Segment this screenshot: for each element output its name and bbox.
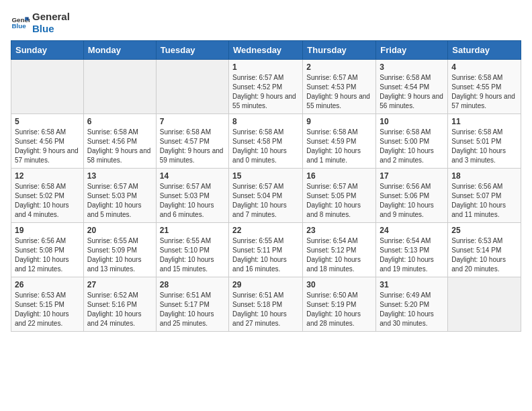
calendar-cell <box>11 60 84 114</box>
day-info: Sunrise: 6:58 AM Sunset: 5:01 PM Dayligh… <box>451 128 517 165</box>
logo-blue: Blue <box>32 23 70 35</box>
calendar-cell: 13Sunrise: 6:57 AM Sunset: 5:03 PM Dayli… <box>83 169 156 223</box>
day-info: Sunrise: 6:57 AM Sunset: 4:52 PM Dayligh… <box>232 73 299 111</box>
day-number: 30 <box>306 280 372 289</box>
calendar-cell: 28Sunrise: 6:51 AM Sunset: 5:17 PM Dayli… <box>156 277 228 332</box>
calendar-cell: 27Sunrise: 6:52 AM Sunset: 5:16 PM Dayli… <box>83 277 156 332</box>
day-number: 21 <box>160 226 225 235</box>
day-number: 1 <box>232 62 299 72</box>
calendar-cell: 12Sunrise: 6:58 AM Sunset: 5:02 PM Dayli… <box>11 169 84 223</box>
day-info: Sunrise: 6:57 AM Sunset: 5:04 PM Dayligh… <box>232 182 299 220</box>
calendar-cell: 23Sunrise: 6:54 AM Sunset: 5:12 PM Dayli… <box>303 223 376 277</box>
calendar-cell: 26Sunrise: 6:53 AM Sunset: 5:15 PM Dayli… <box>11 277 84 332</box>
calendar-cell: 15Sunrise: 6:57 AM Sunset: 5:04 PM Dayli… <box>229 169 303 223</box>
day-number: 16 <box>306 171 372 181</box>
day-info: Sunrise: 6:58 AM Sunset: 4:56 PM Dayligh… <box>15 128 80 165</box>
calendar-cell: 6Sunrise: 6:58 AM Sunset: 4:56 PM Daylig… <box>83 114 156 169</box>
day-number: 22 <box>232 226 299 235</box>
day-number: 10 <box>380 117 444 126</box>
calendar-cell: 17Sunrise: 6:56 AM Sunset: 5:06 PM Dayli… <box>376 169 448 223</box>
day-number: 9 <box>306 117 372 126</box>
calendar-table: SundayMondayTuesdayWednesdayThursdayFrid… <box>11 40 521 332</box>
calendar-cell <box>156 60 228 114</box>
day-info: Sunrise: 6:54 AM Sunset: 5:13 PM Dayligh… <box>380 236 444 274</box>
day-info: Sunrise: 6:55 AM Sunset: 5:09 PM Dayligh… <box>87 236 152 274</box>
day-number: 6 <box>87 117 152 126</box>
day-info: Sunrise: 6:58 AM Sunset: 5:00 PM Dayligh… <box>380 128 444 165</box>
day-number: 11 <box>451 117 517 126</box>
calendar-cell: 5Sunrise: 6:58 AM Sunset: 4:56 PM Daylig… <box>11 114 84 169</box>
day-number: 20 <box>87 226 152 235</box>
calendar-week-1: 1Sunrise: 6:57 AM Sunset: 4:52 PM Daylig… <box>11 60 521 114</box>
day-info: Sunrise: 6:52 AM Sunset: 5:16 PM Dayligh… <box>87 291 152 328</box>
calendar-cell <box>448 277 521 332</box>
logo: General Blue General Blue <box>11 11 70 35</box>
calendar-cell: 10Sunrise: 6:58 AM Sunset: 5:00 PM Dayli… <box>376 114 448 169</box>
page-header: General Blue General Blue <box>11 11 521 35</box>
day-info: Sunrise: 6:58 AM Sunset: 4:59 PM Dayligh… <box>306 128 372 165</box>
day-info: Sunrise: 6:58 AM Sunset: 4:57 PM Dayligh… <box>160 128 225 165</box>
calendar-cell: 22Sunrise: 6:55 AM Sunset: 5:11 PM Dayli… <box>229 223 303 277</box>
day-info: Sunrise: 6:56 AM Sunset: 5:06 PM Dayligh… <box>380 182 444 220</box>
day-info: Sunrise: 6:51 AM Sunset: 5:18 PM Dayligh… <box>232 291 299 328</box>
day-number: 23 <box>306 226 372 235</box>
calendar-cell: 7Sunrise: 6:58 AM Sunset: 4:57 PM Daylig… <box>156 114 228 169</box>
day-header-wednesday: Wednesday <box>229 41 303 60</box>
day-number: 3 <box>380 62 444 72</box>
calendar-cell: 21Sunrise: 6:55 AM Sunset: 5:10 PM Dayli… <box>156 223 228 277</box>
day-number: 2 <box>306 62 372 72</box>
day-number: 19 <box>15 226 80 235</box>
day-info: Sunrise: 6:49 AM Sunset: 5:20 PM Dayligh… <box>380 291 444 328</box>
day-number: 18 <box>451 171 517 181</box>
day-header-sunday: Sunday <box>11 41 84 60</box>
day-number: 17 <box>380 171 444 181</box>
day-info: Sunrise: 6:57 AM Sunset: 5:03 PM Dayligh… <box>160 182 225 220</box>
calendar-week-3: 12Sunrise: 6:58 AM Sunset: 5:02 PM Dayli… <box>11 169 521 223</box>
calendar-week-4: 19Sunrise: 6:56 AM Sunset: 5:08 PM Dayli… <box>11 223 521 277</box>
day-number: 8 <box>232 117 299 126</box>
day-number: 25 <box>451 226 517 235</box>
calendar-cell: 9Sunrise: 6:58 AM Sunset: 4:59 PM Daylig… <box>303 114 376 169</box>
calendar-cell <box>83 60 156 114</box>
calendar-cell: 31Sunrise: 6:49 AM Sunset: 5:20 PM Dayli… <box>376 277 448 332</box>
calendar-cell: 11Sunrise: 6:58 AM Sunset: 5:01 PM Dayli… <box>448 114 521 169</box>
day-number: 26 <box>15 280 80 289</box>
logo-general: General <box>32 11 70 23</box>
calendar-cell: 2Sunrise: 6:57 AM Sunset: 4:53 PM Daylig… <box>303 60 376 114</box>
day-info: Sunrise: 6:55 AM Sunset: 5:10 PM Dayligh… <box>160 236 225 274</box>
day-header-friday: Friday <box>376 41 448 60</box>
calendar-cell: 30Sunrise: 6:50 AM Sunset: 5:19 PM Dayli… <box>303 277 376 332</box>
day-number: 12 <box>15 171 80 181</box>
days-of-week-row: SundayMondayTuesdayWednesdayThursdayFrid… <box>11 41 521 60</box>
day-info: Sunrise: 6:53 AM Sunset: 5:15 PM Dayligh… <box>15 291 80 328</box>
logo-icon: General Blue <box>11 13 30 32</box>
calendar-header: SundayMondayTuesdayWednesdayThursdayFrid… <box>11 41 521 60</box>
day-number: 28 <box>160 280 225 289</box>
calendar-cell: 8Sunrise: 6:58 AM Sunset: 4:58 PM Daylig… <box>229 114 303 169</box>
day-number: 29 <box>232 280 299 289</box>
day-info: Sunrise: 6:58 AM Sunset: 5:02 PM Dayligh… <box>15 182 80 220</box>
day-number: 24 <box>380 226 444 235</box>
day-info: Sunrise: 6:53 AM Sunset: 5:14 PM Dayligh… <box>451 236 517 274</box>
day-info: Sunrise: 6:55 AM Sunset: 5:11 PM Dayligh… <box>232 236 299 274</box>
calendar-body: 1Sunrise: 6:57 AM Sunset: 4:52 PM Daylig… <box>11 60 521 332</box>
calendar-cell: 14Sunrise: 6:57 AM Sunset: 5:03 PM Dayli… <box>156 169 228 223</box>
day-number: 27 <box>87 280 152 289</box>
day-header-thursday: Thursday <box>303 41 376 60</box>
calendar-cell: 18Sunrise: 6:56 AM Sunset: 5:07 PM Dayli… <box>448 169 521 223</box>
day-header-saturday: Saturday <box>448 41 521 60</box>
day-number: 5 <box>15 117 80 126</box>
day-info: Sunrise: 6:54 AM Sunset: 5:12 PM Dayligh… <box>306 236 372 274</box>
day-info: Sunrise: 6:57 AM Sunset: 5:03 PM Dayligh… <box>87 182 152 220</box>
day-header-monday: Monday <box>83 41 156 60</box>
calendar-cell: 16Sunrise: 6:57 AM Sunset: 5:05 PM Dayli… <box>303 169 376 223</box>
calendar-cell: 25Sunrise: 6:53 AM Sunset: 5:14 PM Dayli… <box>448 223 521 277</box>
calendar-cell: 24Sunrise: 6:54 AM Sunset: 5:13 PM Dayli… <box>376 223 448 277</box>
day-info: Sunrise: 6:50 AM Sunset: 5:19 PM Dayligh… <box>306 291 372 328</box>
day-info: Sunrise: 6:56 AM Sunset: 5:08 PM Dayligh… <box>15 236 80 274</box>
day-header-tuesday: Tuesday <box>156 41 228 60</box>
day-info: Sunrise: 6:58 AM Sunset: 4:56 PM Dayligh… <box>87 128 152 165</box>
calendar-cell: 20Sunrise: 6:55 AM Sunset: 5:09 PM Dayli… <box>83 223 156 277</box>
calendar-cell: 4Sunrise: 6:58 AM Sunset: 4:55 PM Daylig… <box>448 60 521 114</box>
calendar-cell: 1Sunrise: 6:57 AM Sunset: 4:52 PM Daylig… <box>229 60 303 114</box>
